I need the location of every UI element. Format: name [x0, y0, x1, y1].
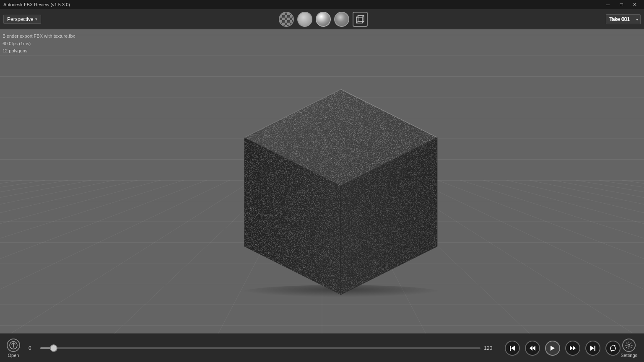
minimize-button[interactable]: ─ — [602, 0, 614, 9]
open-label: Open — [8, 353, 19, 358]
step-back-icon — [529, 345, 536, 352]
cube-svg — [223, 64, 458, 307]
play-icon — [549, 345, 556, 352]
svg-marker-8 — [511, 346, 515, 351]
viewport[interactable]: Blender export FBX with texture.fbx 60.0… — [0, 29, 644, 334]
skip-end-icon — [589, 345, 596, 352]
svg-marker-12 — [570, 346, 573, 351]
bottom-bar: Open 0 120 — [0, 334, 644, 362]
timeline-thumb[interactable] — [50, 344, 57, 352]
svg-rect-14 — [595, 346, 596, 351]
timeline-section: 0 120 — [29, 345, 496, 351]
timeline-slider[interactable] — [40, 347, 480, 349]
take-selector[interactable]: Take 001 Take 002 Take 001 — [606, 14, 641, 24]
render-mode-smooth-button[interactable] — [316, 12, 331, 27]
close-button[interactable]: ✕ — [629, 0, 641, 9]
open-button[interactable]: Open — [7, 339, 20, 358]
timeline-start: 0 — [29, 345, 37, 351]
skip-start-icon — [509, 345, 516, 352]
svg-point-18 — [628, 344, 630, 346]
center-tools — [279, 12, 368, 27]
render-mode-flat-button[interactable] — [297, 12, 312, 27]
render-mode-wireframe-button[interactable] — [353, 12, 368, 27]
svg-marker-15 — [590, 346, 594, 351]
svg-marker-9 — [530, 346, 532, 351]
toolbar: Perspective ▾ Take 001 Take 002 Take 001 — [0, 9, 644, 29]
loop-button[interactable] — [605, 341, 621, 356]
step-forward-icon — [569, 345, 576, 352]
settings-icon — [622, 339, 636, 352]
settings-label: Settings — [621, 353, 637, 358]
3d-cube — [223, 64, 458, 308]
skip-to-start-button[interactable] — [505, 341, 520, 356]
playback-controls — [505, 341, 621, 356]
settings-button[interactable]: Settings — [621, 339, 637, 358]
loop-icon — [610, 345, 616, 352]
app-title: Autodesk FBX Review (v1.5.3.0) — [3, 2, 70, 7]
step-back-button[interactable] — [525, 341, 540, 356]
chevron-down-icon: ▾ — [35, 17, 37, 21]
perspective-label: Perspective — [7, 16, 34, 22]
svg-rect-7 — [510, 346, 511, 351]
render-mode-checker-button[interactable] — [279, 12, 294, 27]
open-icon — [7, 339, 20, 352]
render-mode-rough-button[interactable] — [334, 12, 349, 27]
wireframe-icon — [356, 15, 365, 24]
svg-marker-13 — [573, 346, 576, 351]
maximize-button[interactable]: □ — [615, 0, 627, 9]
svg-marker-11 — [551, 346, 555, 351]
skip-to-end-button[interactable] — [585, 341, 600, 356]
gear-icon — [625, 341, 633, 349]
title-bar: Autodesk FBX Review (v1.5.3.0) ─ □ ✕ — [0, 0, 644, 9]
folder-open-icon — [9, 341, 18, 349]
title-bar-controls: ─ □ ✕ — [602, 0, 641, 9]
timeline-end: 120 — [484, 345, 496, 351]
perspective-dropdown[interactable]: Perspective ▾ — [3, 15, 41, 24]
svg-marker-10 — [532, 346, 535, 351]
take-dropdown[interactable]: Take 001 Take 002 — [606, 14, 641, 24]
play-button[interactable] — [545, 341, 560, 356]
step-forward-button[interactable] — [565, 341, 580, 356]
